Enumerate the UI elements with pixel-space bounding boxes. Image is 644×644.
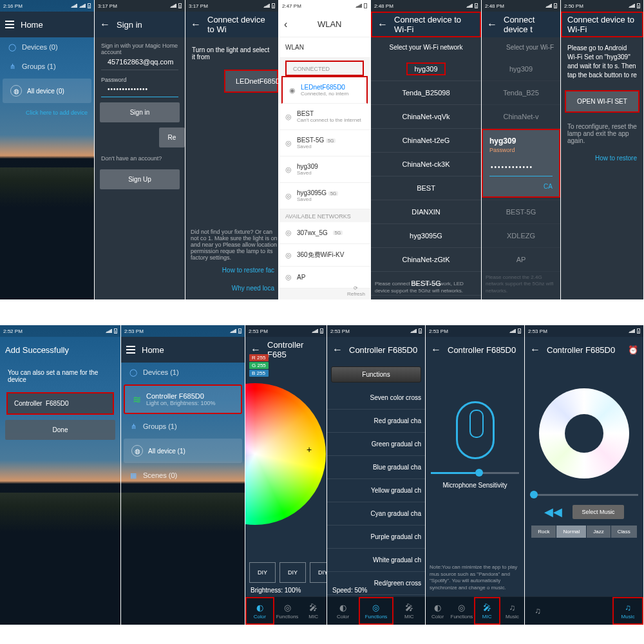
menu-icon[interactable]: [5, 21, 14, 28]
wifi-360[interactable]: ◎360免费WiFi-KV: [279, 244, 370, 267]
wifi-item[interactable]: ChinaNet-vqVk: [371, 105, 481, 129]
wifi-item[interactable]: XDLEZG: [371, 296, 481, 299]
back-icon[interactable]: ‹: [284, 19, 287, 30]
appbar: Connect device to Wi-Fi: [561, 12, 643, 37]
back-icon[interactable]: ←: [377, 19, 388, 30]
wlan-toggle-row[interactable]: WLAN: [279, 37, 370, 58]
all-device-row[interactable]: ◍All device (0): [3, 79, 91, 103]
controller-row[interactable]: ≋ Controller F685D0Light on, Brightness:…: [124, 384, 242, 414]
mode-jazz[interactable]: Jazz: [587, 526, 610, 538]
tab-color[interactable]: ◐Color: [327, 597, 359, 625]
tab-color[interactable]: ◐Color: [426, 597, 450, 625]
restore-link[interactable]: How to restore fac: [222, 267, 274, 274]
function-item[interactable]: Green gradual ch: [327, 433, 425, 456]
prev-button[interactable]: ◀◀: [544, 505, 562, 519]
page-title: Connect device to Wi-Fi: [567, 15, 637, 34]
sensitivity-slider[interactable]: [431, 472, 519, 474]
wifi-item[interactable]: ChinaNet-ck3K: [371, 153, 481, 176]
function-item[interactable]: Blue gradual cha: [327, 456, 425, 479]
tab-mic[interactable]: 🎤︎MIC: [300, 597, 327, 625]
restore-link[interactable]: How to restore: [561, 151, 643, 166]
tab-mic[interactable]: 🎤︎MIC: [393, 597, 425, 625]
tab-functions[interactable]: ◎Functions: [450, 597, 473, 625]
cancel-button[interactable]: CA: [489, 183, 553, 190]
functions-dropdown[interactable]: Functions: [331, 366, 421, 383]
signin-button[interactable]: Sign in: [100, 102, 180, 122]
done-button[interactable]: Done: [5, 420, 115, 440]
color-wheel[interactable]: [245, 383, 326, 525]
diy-button[interactable]: DIY: [249, 562, 276, 583]
menu-icon[interactable]: [126, 346, 135, 354]
color-picker-cursor[interactable]: +: [307, 444, 312, 455]
lednet-row[interactable]: LEDnetF685D0: [224, 70, 278, 93]
wifi-item[interactable]: ChinaNet-zGtK: [371, 248, 481, 272]
wifi-hyg309[interactable]: ◎hyg309Saved: [279, 156, 370, 183]
music-disc[interactable]: [539, 388, 629, 478]
back-icon[interactable]: ←: [530, 344, 540, 355]
wifi-item[interactable]: ChinaNet-t2eG: [371, 129, 481, 153]
mic-icon: 🎤︎: [483, 603, 491, 612]
wifi-item[interactable]: hyg3095G: [371, 224, 481, 248]
back-icon[interactable]: ←: [332, 344, 343, 355]
back-icon[interactable]: ←: [431, 344, 441, 355]
signup-button[interactable]: Sign Up: [100, 169, 180, 189]
wifi-best5g[interactable]: ◎BEST-5G 5GSaved: [279, 130, 370, 156]
wifi-lednet[interactable]: ◉LEDnetF685D0Connected, no intern: [281, 76, 368, 104]
back-icon[interactable]: ←: [191, 19, 201, 30]
tab-mic[interactable]: 🎤︎MIC: [474, 597, 500, 625]
mode-rock[interactable]: Rock: [531, 526, 556, 538]
mode-class[interactable]: Class: [611, 526, 637, 538]
function-item[interactable]: Red gradual cha: [327, 410, 425, 433]
add-device-link[interactable]: Click here to add device: [0, 106, 94, 120]
wifi-item[interactable]: Tenda_B25098: [371, 81, 481, 105]
scenes-icon: ▦: [129, 471, 138, 480]
tab-functions[interactable]: ◎Functions: [274, 597, 301, 625]
screen-open-wifi: 2:50 PM Connect device to Wi-Fi Please g…: [561, 0, 644, 299]
microphone-icon[interactable]: [456, 401, 495, 459]
refresh-button[interactable]: ⟳Refresh: [347, 285, 365, 297]
network-hint: Please connect the 2.4G network, LED dev…: [375, 281, 477, 294]
wifi-item[interactable]: BEST: [371, 176, 481, 200]
password-field[interactable]: ••••••••••••••: [101, 84, 178, 97]
tab-music[interactable]: ♫Music: [500, 597, 524, 625]
bottom-tabs: ◐Color ◎Functions 🎤︎MIC ♫Music: [426, 596, 524, 625]
wifi-item[interactable]: DIANXIN: [371, 200, 481, 224]
clock-icon[interactable]: ⏰: [628, 345, 638, 355]
wifi-best[interactable]: ◎BESTCan't connect to the internet: [279, 104, 370, 130]
location-link[interactable]: Why need loca: [232, 285, 274, 292]
function-item[interactable]: Cyan gradual cha: [327, 502, 425, 526]
tab-functions[interactable]: ◎Functions: [359, 597, 393, 625]
tab-color[interactable]: ◐Color: [245, 597, 274, 625]
function-item[interactable]: Yellow gradual ch: [327, 479, 425, 502]
diy-button[interactable]: DIY: [279, 562, 306, 583]
re-button[interactable]: Re: [159, 128, 185, 147]
devices-section[interactable]: ◯Devices (0): [0, 37, 94, 57]
select-label: Select your Wi-Fi network: [371, 37, 481, 57]
diy-button[interactable]: DIY: [310, 562, 327, 583]
function-item[interactable]: White gradual ch: [327, 549, 425, 572]
wifi-307wx[interactable]: ◎307wx_5G 5G: [279, 222, 370, 244]
ledstrip-icon: ≋: [133, 393, 141, 406]
function-item[interactable]: Purple gradual ch: [327, 526, 425, 549]
password-input[interactable]: ••••••••••••: [489, 158, 553, 176]
tab-music[interactable]: ♫Music: [612, 597, 643, 625]
all-device-row[interactable]: ◍All device (1): [124, 439, 242, 463]
back-icon[interactable]: ←: [487, 19, 497, 30]
scenes-section[interactable]: ▦Scenes (0): [121, 466, 245, 485]
function-item[interactable]: Seven color cross: [327, 386, 425, 410]
select-music-button[interactable]: Select Music: [573, 505, 623, 519]
email-field[interactable]: 457162863@qq.com: [101, 57, 178, 70]
mode-normal[interactable]: Normal: [556, 526, 586, 538]
devices-section[interactable]: ◯Devices (1): [121, 363, 245, 382]
back-icon[interactable]: ←: [100, 19, 110, 30]
progress-slider[interactable]: [530, 494, 638, 496]
groups-section[interactable]: ⋔Groups (1): [121, 417, 245, 436]
music-icon: ♫: [509, 603, 516, 612]
wifi-item[interactable]: hyg309: [371, 57, 481, 81]
device-name-input[interactable]: [8, 393, 113, 413]
tab-music-partial[interactable]: ♫: [525, 597, 551, 625]
open-wifi-button[interactable]: OPEN WI-FI SET: [565, 90, 639, 113]
functions-icon: ◎: [284, 603, 291, 612]
groups-section[interactable]: ⋔Groups (1): [0, 57, 94, 76]
wifi-hyg3095g[interactable]: ◎hyg3095G 5GSaved: [279, 183, 370, 209]
